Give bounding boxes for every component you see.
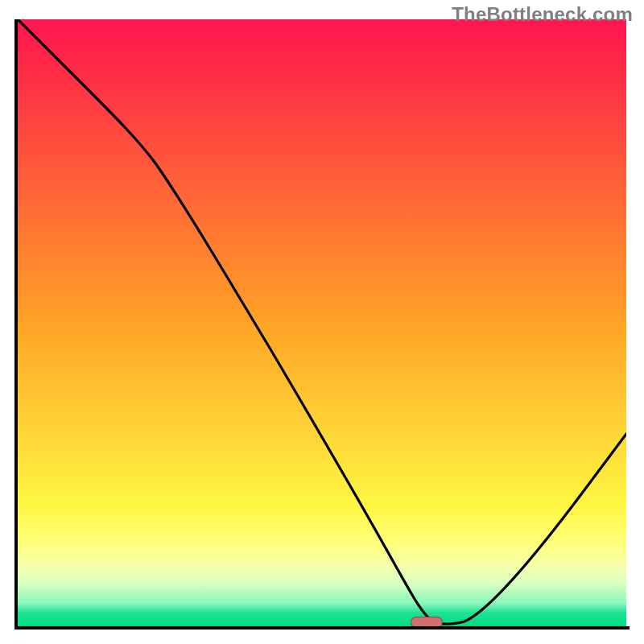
x-axis-line (14, 626, 630, 630)
chart-gradient-background (18, 19, 626, 626)
watermark-text: TheBottleneck.com (452, 3, 633, 26)
curve-path (18, 19, 626, 624)
y-axis-line (14, 19, 18, 630)
bottleneck-curve (18, 19, 626, 626)
